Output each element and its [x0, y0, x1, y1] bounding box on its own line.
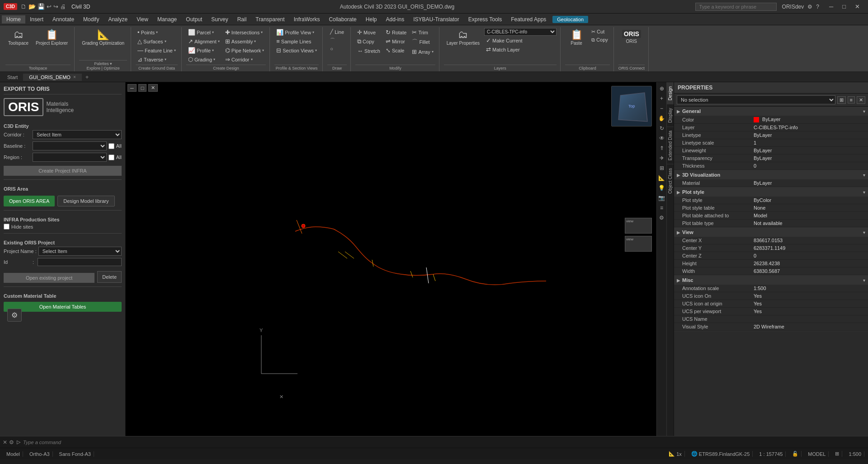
plot-collapse-icon[interactable]: ▾	[863, 190, 865, 195]
mirror-button[interactable]: ⇌ Mirror	[384, 37, 408, 46]
tab-start[interactable]: Start	[2, 74, 24, 81]
design-model-button[interactable]: Design Model library	[57, 196, 114, 206]
general-section-header[interactable]: ▶ General ▾	[674, 107, 868, 116]
nav-cube-face[interactable]: Top	[618, 93, 647, 122]
cmd-settings-icon[interactable]: ⚙	[9, 439, 14, 445]
array-button[interactable]: ⊞ Array ▾	[410, 47, 435, 56]
model-tab-btn[interactable]: Model	[4, 451, 23, 457]
traverse-button[interactable]: ⊿ Traverse ▾	[136, 55, 178, 64]
model-space-item[interactable]: MODEL	[805, 451, 829, 457]
print-icon[interactable]: 🖨	[60, 3, 66, 10]
viewport-scale-item[interactable]: 1 : 157745	[756, 451, 786, 457]
screenshot-icon[interactable]: 📷	[657, 193, 666, 202]
walk-icon[interactable]: ⇑	[659, 144, 665, 153]
sample-lines-button[interactable]: ≡ Sample Lines	[274, 37, 319, 46]
menu-analyze[interactable]: Analyze	[104, 15, 132, 23]
region-all-check[interactable]: All	[108, 155, 122, 160]
rotate-button[interactable]: ↻ Rotate	[384, 28, 408, 37]
section-plane-icon[interactable]: ⊞	[659, 164, 665, 173]
menu-transparent[interactable]: Transparent	[251, 15, 289, 23]
viewport-maximize[interactable]: □	[138, 84, 147, 92]
grading-button[interactable]: ⬡ Grading ▾	[186, 55, 222, 64]
toolspace-button[interactable]: 🗂 Toolspace	[5, 28, 31, 47]
prop-toggle1[interactable]: ⊞	[837, 96, 846, 104]
id-input[interactable]	[38, 258, 122, 266]
menu-output[interactable]: Output	[181, 15, 207, 23]
help-icon[interactable]: ?	[816, 4, 819, 10]
object-class-tab[interactable]: Object Class	[667, 164, 674, 197]
scale-button[interactable]: ⤡ Scale	[384, 46, 408, 55]
menu-rail[interactable]: Rail	[233, 15, 251, 23]
circle-button[interactable]: ○	[328, 45, 346, 52]
trim-button[interactable]: ✂ Trim	[410, 28, 435, 37]
crs-item[interactable]: 🌐 ETRS89.FinlandGK-25	[689, 451, 753, 457]
tab-gui-demo[interactable]: GUI_ORIS_DEMO ×	[24, 74, 82, 81]
look-icon[interactable]: 👁	[658, 134, 665, 143]
selection-dropdown[interactable]: No selection	[677, 95, 835, 104]
menu-view[interactable]: View	[132, 15, 153, 23]
prop-toggle3[interactable]: ✕	[857, 96, 865, 104]
polyline-button[interactable]: ⌒	[328, 36, 346, 45]
new-icon[interactable]: 🗋	[21, 3, 27, 10]
orbit-icon[interactable]: ↻	[659, 124, 665, 133]
profile-view-button[interactable]: 📊 Profile View ▾	[274, 28, 319, 37]
save-icon[interactable]: 💾	[38, 3, 45, 10]
match-layer-button[interactable]: ⇄ Match Layer	[484, 45, 557, 54]
section-views-button[interactable]: ⊟ Section Views ▾	[274, 46, 319, 55]
lock-icon-item[interactable]: 🔓	[789, 451, 802, 457]
viz-collapse-icon[interactable]: ▾	[863, 173, 865, 178]
misc-section-header[interactable]: ▶ Misc ▾	[674, 276, 868, 285]
menu-annotate[interactable]: Annotate	[48, 15, 79, 23]
general-collapse-icon[interactable]: ▾	[863, 109, 865, 114]
menu-collaborate[interactable]: Collaborate	[324, 15, 361, 23]
corridor-select[interactable]: Select Item	[33, 130, 122, 139]
copy-clip-btn[interactable]: ⧉ Copy	[590, 36, 610, 44]
extended-data-tab[interactable]: Extended Data	[667, 127, 674, 164]
assembly-button[interactable]: ⊞ Assembly ▾	[223, 37, 266, 46]
make-current-button[interactable]: ✓ Make Current	[484, 36, 557, 45]
menu-home[interactable]: Home	[2, 15, 25, 23]
menu-survey[interactable]: Survey	[207, 15, 232, 23]
ann-scale-item[interactable]: 1:500	[846, 451, 864, 457]
points-button[interactable]: • Points ▾	[136, 28, 178, 37]
open-existing-button[interactable]: Open existing project	[4, 273, 94, 283]
grading-optimization-button[interactable]: 📐 Grading Optimization	[79, 28, 127, 47]
settings2-icon[interactable]: ⚙	[658, 213, 665, 222]
menu-express[interactable]: Express Tools	[464, 15, 506, 23]
corridor-button[interactable]: ⇒ Corridor ▾	[223, 55, 266, 64]
plot-section-header[interactable]: ▶ Plot style ▾	[674, 187, 868, 197]
view-collapse-icon[interactable]: ▾	[863, 230, 865, 235]
pan-icon[interactable]: ✋	[657, 114, 666, 123]
viz-section-header[interactable]: ▶ 3D Visualization ▾	[674, 170, 868, 179]
font-btn[interactable]: Sans Fond-A3	[57, 451, 94, 457]
zoom-in-icon[interactable]: +	[659, 94, 664, 103]
feature-line-button[interactable]: — Feature Line ▾	[136, 46, 178, 55]
viewport[interactable]: Y ✕ Top view view ─	[126, 82, 666, 436]
hide-sites-checkbox[interactable]	[4, 224, 9, 230]
zoom-extents-icon[interactable]: ⊕	[659, 84, 665, 93]
properties-icon[interactable]: ≡	[659, 203, 664, 212]
design-tab[interactable]: Design	[667, 82, 674, 104]
profile-button[interactable]: 📈 Profile ▾	[186, 46, 222, 55]
baseline-all-check[interactable]: All	[108, 143, 122, 149]
paste-button[interactable]: 📋 Paste	[565, 28, 588, 47]
alignment-button[interactable]: ↗ Alignment ▾	[186, 37, 222, 46]
add-tab-button[interactable]: +	[82, 73, 93, 81]
open-oris-button[interactable]: Open ORIS AREA	[4, 196, 55, 206]
menu-isybau[interactable]: ISYBAU-Translator	[409, 15, 464, 23]
layer-properties-button[interactable]: 🗂 Layer Properties	[444, 28, 482, 47]
fly-icon[interactable]: ✈	[659, 154, 665, 163]
menu-featured[interactable]: Featured Apps	[506, 15, 551, 23]
project-name-select[interactable]: Select Item	[38, 247, 122, 256]
parcel-button[interactable]: ⬜ Parcel ▾	[186, 28, 222, 37]
drawing-canvas[interactable]: Y ✕ Top view view ─	[126, 82, 656, 436]
delete-button[interactable]: Delete	[97, 271, 122, 283]
line-button[interactable]: ╱ Line	[328, 28, 346, 36]
fillet-button[interactable]: ⌒ Fillet	[410, 37, 435, 47]
menu-infraworks[interactable]: InfraWorks	[289, 15, 325, 23]
menu-help[interactable]: Help	[361, 15, 382, 23]
display-tab[interactable]: Display	[667, 104, 674, 127]
measure-icon[interactable]: 📐	[657, 173, 666, 183]
minimize-button[interactable]: ─	[825, 3, 838, 10]
open-icon[interactable]: 📂	[28, 3, 36, 10]
